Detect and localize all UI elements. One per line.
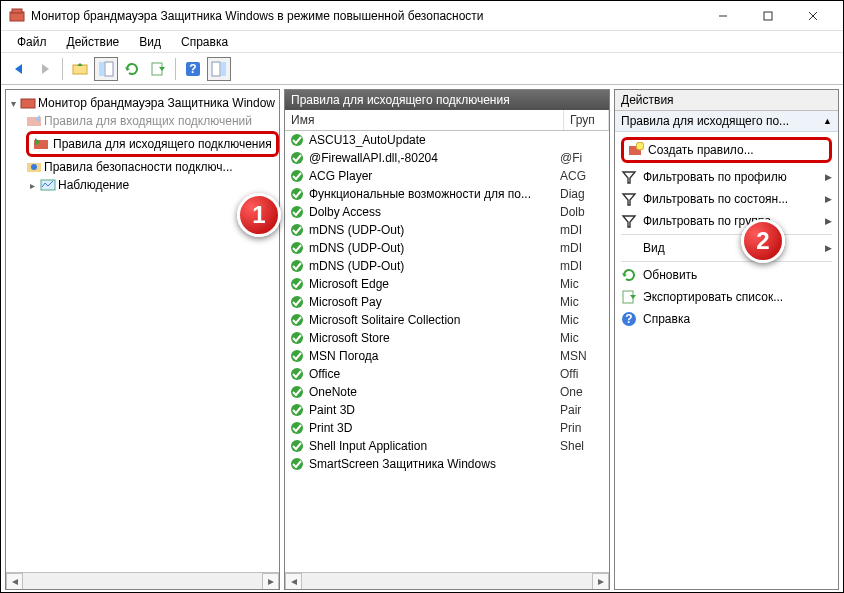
rule-row[interactable]: ACG Player ACG [285, 167, 609, 185]
rule-name: mDNS (UDP-Out) [309, 241, 560, 255]
rule-row[interactable]: Office Offi [285, 365, 609, 383]
rule-row[interactable]: Paint 3D Pair [285, 401, 609, 419]
rule-row[interactable]: SmartScreen Защитника Windows [285, 455, 609, 473]
scroll-right-icon[interactable]: ▸ [262, 573, 279, 590]
scroll-left-icon[interactable]: ◂ [285, 573, 302, 590]
action-фильтровать-по-состоян-[interactable]: Фильтровать по состоян... ▶ [617, 188, 836, 210]
rule-name: Microsoft Pay [309, 295, 560, 309]
rules-panel: Правила для исходящего подключения Имя Г… [284, 89, 610, 590]
rule-name: @FirewallAPI.dll,-80204 [309, 151, 560, 165]
rule-row[interactable]: Microsoft Solitaire Collection Mic [285, 311, 609, 329]
action-фильтровать-по-профилю[interactable]: Фильтровать по профилю ▶ [617, 166, 836, 188]
svg-rect-10 [99, 62, 104, 76]
rule-row[interactable]: Microsoft Edge Mic [285, 275, 609, 293]
actions-subtitle: Правила для исходящего по... ▲ [615, 111, 838, 132]
help-icon[interactable]: ? [181, 57, 205, 81]
menu-bar: Файл Действие Вид Справка [1, 31, 843, 53]
forward-button[interactable] [33, 57, 57, 81]
action-label: Фильтровать по профилю [643, 170, 819, 184]
maximize-button[interactable] [745, 2, 790, 30]
rule-row[interactable]: Dolby Access Dolb [285, 203, 609, 221]
tree-monitoring[interactable]: ▸ Наблюдение [8, 176, 277, 194]
action-фильтровать-по-группе[interactable]: Фильтровать по группе ▶ [617, 210, 836, 232]
allow-icon [289, 420, 305, 436]
svg-marker-48 [623, 172, 635, 183]
svg-rect-8 [73, 65, 87, 74]
annotation-badge-1: 1 [237, 193, 281, 237]
tree-inbound-rules[interactable]: Правила для входящих подключений [8, 112, 277, 130]
action-label: Справка [643, 312, 832, 326]
export-icon[interactable] [146, 57, 170, 81]
tree-hscroll[interactable]: ◂ ▸ [6, 572, 279, 589]
rule-row[interactable]: Функциональные возможности для по... Dia… [285, 185, 609, 203]
collapse-icon[interactable]: ▲ [823, 116, 832, 126]
rule-name: SmartScreen Защитника Windows [309, 457, 560, 471]
rule-row[interactable]: @FirewallAPI.dll,-80204 @Fi [285, 149, 609, 167]
close-button[interactable] [790, 2, 835, 30]
tree-inbound-label: Правила для входящих подключений [44, 114, 252, 128]
allow-icon [289, 276, 305, 292]
rule-row[interactable]: ASCU13_AutoUpdate [285, 131, 609, 149]
tree-secrules-label: Правила безопасности подключ... [44, 160, 233, 174]
scroll-left-icon[interactable]: ◂ [6, 573, 23, 590]
action-pane-icon[interactable] [207, 57, 231, 81]
svg-point-31 [291, 206, 303, 218]
action-создать-правило-[interactable]: Создать правило... [617, 134, 836, 166]
export-icon [621, 289, 637, 305]
actions-panel: Действия Правила для исходящего по... ▲ … [614, 89, 839, 590]
tree-security-rules[interactable]: Правила безопасности подключ... [8, 158, 277, 176]
collapse-icon[interactable]: ▾ [10, 98, 18, 109]
rule-row[interactable]: Print 3D Prin [285, 419, 609, 437]
menu-action[interactable]: Действие [57, 33, 130, 51]
rule-row[interactable]: Microsoft Pay Mic [285, 293, 609, 311]
expand-icon[interactable]: ▸ [26, 180, 38, 191]
action-экспортировать-список-[interactable]: Экспортировать список... [617, 286, 836, 308]
inbound-icon [26, 113, 42, 129]
rule-row[interactable]: mDNS (UDP-Out) mDI [285, 257, 609, 275]
tree-outbound-label: Правила для исходящего подключения [53, 137, 272, 151]
svg-point-36 [291, 296, 303, 308]
refresh-icon[interactable] [120, 57, 144, 81]
rule-row[interactable]: mDNS (UDP-Out) mDI [285, 221, 609, 239]
menu-view[interactable]: Вид [129, 33, 171, 51]
rule-row[interactable]: Microsoft Store Mic [285, 329, 609, 347]
tree-outbound-rules[interactable]: Правила для исходящего подключения [8, 130, 277, 158]
svg-point-33 [291, 242, 303, 254]
action-вид[interactable]: Вид ▶ [617, 237, 836, 259]
svg-point-47 [636, 142, 644, 150]
minimize-button[interactable] [700, 2, 745, 30]
rule-group: Mic [560, 331, 605, 345]
col-name-header[interactable]: Имя [285, 110, 564, 130]
filter-icon [621, 191, 637, 207]
svg-rect-17 [212, 62, 220, 76]
menu-file[interactable]: Файл [7, 33, 57, 51]
rule-group: Shel [560, 439, 605, 453]
rule-row[interactable]: OneNote One [285, 383, 609, 401]
scroll-right-icon[interactable]: ▸ [592, 573, 609, 590]
action-label: Экспортировать список... [643, 290, 832, 304]
action-label: Фильтровать по состоян... [643, 192, 819, 206]
blank-icon [621, 240, 637, 256]
back-button[interactable] [7, 57, 31, 81]
actions-subtitle-label: Правила для исходящего по... [621, 114, 789, 128]
rule-group: ACG [560, 169, 605, 183]
rule-row[interactable]: mDNS (UDP-Out) mDI [285, 239, 609, 257]
col-group-header[interactable]: Груп [564, 110, 609, 130]
allow-icon [289, 456, 305, 472]
rule-group: mDI [560, 259, 605, 273]
rule-group: One [560, 385, 605, 399]
tree-root[interactable]: ▾ Монитор брандмауэра Защитника Window [8, 94, 277, 112]
tree-view-icon[interactable] [94, 57, 118, 81]
action-обновить[interactable]: Обновить [617, 264, 836, 286]
annotation-badge-2: 2 [741, 219, 785, 263]
svg-point-27 [291, 134, 303, 146]
rules-hscroll[interactable]: ◂ ▸ [285, 572, 609, 589]
allow-icon [289, 348, 305, 364]
nav-tree: ▾ Монитор брандмауэра Защитника Window П… [6, 90, 279, 572]
rule-name: Shell Input Application [309, 439, 560, 453]
rule-row[interactable]: MSN Погода MSN [285, 347, 609, 365]
folder-up-icon[interactable] [68, 57, 92, 81]
rule-row[interactable]: Shell Input Application Shel [285, 437, 609, 455]
action-справка[interactable]: ? Справка [617, 308, 836, 330]
menu-help[interactable]: Справка [171, 33, 238, 51]
